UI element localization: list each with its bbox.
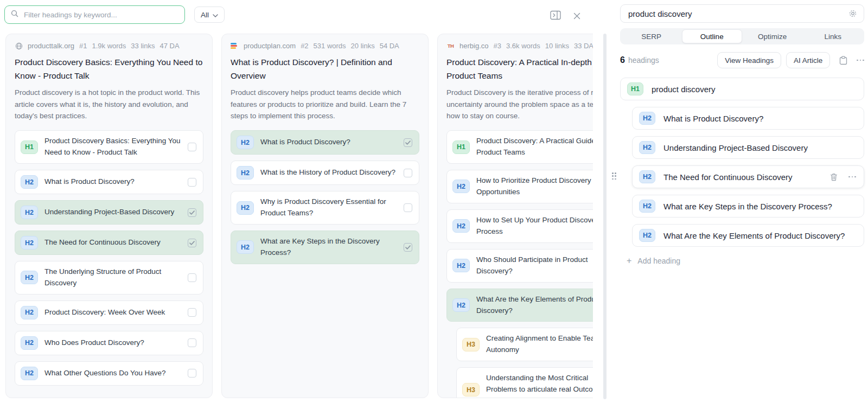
outline-row[interactable]: H2Understanding Project-Based Discovery: [632, 136, 864, 159]
competitor-domain[interactable]: herbig.co: [459, 42, 488, 50]
competitor-domain[interactable]: productplan.com: [244, 42, 296, 50]
heading-list: H2What is Product Discovery?H2What is th…: [231, 130, 419, 264]
drag-handle-icon[interactable]: [612, 172, 616, 180]
result-description: Product discovery helps product teams de…: [231, 87, 419, 121]
heading-checkbox[interactable]: [404, 169, 412, 177]
heading-item[interactable]: H1Product Discovery Basics: Everything Y…: [15, 130, 203, 164]
heading-checkbox[interactable]: [404, 203, 412, 212]
heading-item[interactable]: H2What Other Questions Do You Have?: [15, 361, 203, 386]
heading-item[interactable]: H3Understanding the Most Critical Proble…: [456, 367, 593, 398]
heading-item[interactable]: H2Who Should Participate in Product Disc…: [446, 249, 593, 283]
left-panel-scrollbar[interactable]: [603, 34, 607, 399]
heading-checkbox[interactable]: [188, 273, 196, 282]
outline-heading-text: What Are the Key Elements of Product Dis…: [663, 231, 845, 240]
heading-text: What are Key Steps in the Discovery Proc…: [260, 236, 397, 259]
heading-item[interactable]: H2What is Product Discovery?: [231, 130, 419, 155]
heading-checkbox-checked[interactable]: [188, 239, 196, 247]
heading-item[interactable]: H2Why is Product Discovery Essential for…: [231, 191, 419, 225]
competitor-domain[interactable]: producttalk.org: [28, 42, 74, 50]
outline-heading-text: What are Key Steps in the Discovery Proc…: [663, 202, 832, 211]
more-options-icon[interactable]: [857, 60, 864, 61]
tab-links[interactable]: Links: [803, 29, 864, 43]
competitor-da: 54 DA: [380, 42, 399, 50]
competitor-card: productplan.com#2531 words20 links54 DAW…: [221, 34, 429, 398]
heading-checkbox[interactable]: [188, 143, 196, 151]
site-favicon-icon: TH: [446, 42, 455, 50]
ai-article-button[interactable]: AI Article: [786, 52, 830, 68]
heading-item[interactable]: H2How to Set Up Your Product Discovery P…: [446, 209, 593, 243]
result-title: Product Discovery: A Practical In-depth …: [446, 55, 593, 82]
heading-text: Who Should Participate in Product Discov…: [476, 254, 593, 277]
heading-item[interactable]: H2The Need for Continuous Discovery: [15, 231, 203, 255]
heading-level-badge: H2: [21, 206, 38, 219]
heading-checkbox-checked[interactable]: [404, 243, 412, 252]
heading-item[interactable]: H2What Are the Key Elements of Product D…: [446, 289, 593, 322]
heading-text: What Are the Key Elements of Product Dis…: [476, 294, 593, 317]
keyword-query-box: [620, 4, 864, 23]
filter-toolbar: All: [0, 0, 593, 24]
heading-item[interactable]: H1Product Discovery: A Practical Guide f…: [446, 130, 593, 164]
heading-level-badge: H2: [237, 240, 254, 254]
add-heading-button[interactable]: + Add heading: [627, 257, 864, 265]
trash-icon[interactable]: [830, 173, 838, 181]
result-description: Product Discovery is the iterative proce…: [446, 87, 593, 121]
result-description: Product discovery is a hot topic in the …: [15, 87, 203, 121]
app: All producttalk.org#11.9k words33 links4…: [0, 0, 868, 403]
collapse-panel-icon[interactable]: [549, 9, 562, 22]
heading-text: What is Product Discovery?: [44, 176, 181, 188]
outline-heading-text: product discovery: [652, 85, 716, 94]
competitor-meta: THherbig.co#33.6k words10 links33 DA: [446, 42, 593, 50]
competitor-rank: #3: [493, 42, 501, 50]
heading-checkbox-checked[interactable]: [404, 138, 412, 147]
heading-text: The Need for Continuous Discovery: [44, 237, 181, 248]
outline-row[interactable]: H1product discovery: [620, 78, 864, 100]
competitor-rank: #2: [301, 42, 308, 50]
heading-filter-input[interactable]: [23, 10, 178, 20]
heading-text: The Underlying Structure of Product Disc…: [44, 266, 181, 289]
heading-checkbox[interactable]: [188, 369, 196, 378]
headings-count: 6: [620, 55, 625, 65]
heading-text: What is the History of Product Discovery…: [260, 167, 397, 178]
heading-text: What Other Questions Do You Have?: [44, 368, 181, 379]
clipboard-icon[interactable]: [839, 56, 847, 65]
outline-row[interactable]: H2What are Key Steps in the Discovery Pr…: [632, 195, 864, 218]
more-options-icon[interactable]: [848, 176, 856, 178]
close-icon[interactable]: [570, 9, 583, 22]
keyword-query-input[interactable]: [627, 9, 848, 19]
outline-row-actions: [830, 173, 856, 181]
tab-serp[interactable]: SERP: [621, 29, 682, 43]
settings-icon[interactable]: [848, 9, 857, 18]
heading-item[interactable]: H2What is Product Discovery?: [15, 170, 203, 194]
filter-scope-value: All: [201, 11, 209, 19]
result-title: Product Discovery Basics: Everything You…: [15, 55, 203, 82]
heading-item[interactable]: H2What are Key Steps in the Discovery Pr…: [231, 231, 419, 264]
heading-item[interactable]: H3Creating Alignment to Enable Team Auto…: [456, 328, 593, 361]
panel-tabs: SERPOutlineOptimizeLinks: [620, 28, 864, 44]
view-headings-button[interactable]: View Headings: [717, 52, 781, 68]
heading-item[interactable]: H2How to Prioritize Product Discovery Op…: [446, 170, 593, 203]
heading-checkbox-checked[interactable]: [188, 208, 196, 217]
heading-level-badge: H2: [21, 271, 38, 284]
heading-item[interactable]: H2What is the History of Product Discove…: [231, 161, 419, 185]
site-favicon-icon: [15, 42, 23, 50]
heading-checkbox[interactable]: [188, 178, 196, 187]
competitor-headings-clip: All producttalk.org#11.9k words33 links4…: [0, 0, 593, 403]
heading-checkbox[interactable]: [188, 308, 196, 317]
heading-text: Why is Product Discovery Essential for P…: [260, 196, 397, 219]
filter-scope-dropdown[interactable]: All: [194, 7, 225, 23]
tab-optimize[interactable]: Optimize: [742, 29, 803, 43]
outline-row[interactable]: H2The Need for Continuous Discovery: [632, 165, 864, 188]
competitor-columns: producttalk.org#11.9k words33 links47 DA…: [0, 24, 593, 398]
heading-level-badge: H2: [21, 306, 38, 319]
heading-level-badge: H2: [237, 166, 254, 180]
tab-outline[interactable]: Outline: [682, 29, 743, 43]
outline-row[interactable]: H2What Are the Key Elements of Product D…: [632, 224, 864, 247]
heading-checkbox[interactable]: [188, 338, 196, 347]
heading-item[interactable]: H2Product Discovery: Week Over Week: [15, 300, 203, 325]
heading-item[interactable]: H2Understanding Project-Based Discovery: [15, 200, 203, 225]
outline-row[interactable]: H2What is Product Discovery?: [632, 107, 864, 130]
heading-item[interactable]: H2Who Does Product Discovery?: [15, 331, 203, 355]
heading-item[interactable]: H2The Underlying Structure of Product Di…: [15, 261, 203, 295]
outline-heading-text: What is Product Discovery?: [663, 114, 763, 123]
result-title: What is Product Discovery? | Definition …: [231, 55, 419, 82]
